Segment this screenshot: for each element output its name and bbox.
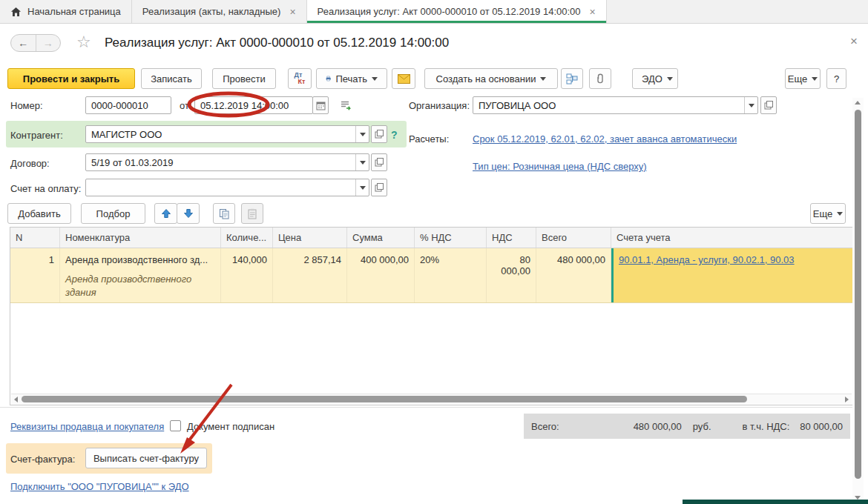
arrow-down-icon [183,208,194,219]
tab-bar: Начальная страница Реализация (акты, нак… [0,0,868,24]
scroll-left-icon[interactable] [14,397,18,402]
horizontal-scrollbar[interactable] [11,394,852,404]
move-up-button[interactable] [154,203,177,224]
table-more-button[interactable]: Еще [810,203,846,224]
organization-open-button[interactable] [760,96,777,114]
vertical-scrollbar[interactable] [852,98,864,503]
close-icon[interactable]: × [289,6,295,18]
date-label: от: [180,100,192,111]
move-down-button[interactable] [177,203,200,224]
cell-vat[interactable]: 80 000,00 [487,248,536,302]
table-header-row: N Номенклатура Количе... Цена Сумма % НД… [10,228,852,248]
col-header-vat[interactable]: НДС [487,228,536,248]
number-label: Номер: [10,100,43,111]
col-header-quantity[interactable]: Количе... [221,228,273,248]
chevron-down-icon [749,104,754,107]
bottom-strip [683,500,868,504]
save-button[interactable]: Записать [141,68,202,89]
more-button[interactable]: Еще [785,68,821,89]
tab-realization-document[interactable]: Реализация услуг: Акт 0000-000010 от 05.… [307,0,607,23]
chevron-down-icon [360,133,366,136]
cell-nomenclature-detail: Аренда производственного здания [65,273,215,299]
close-icon[interactable]: × [850,34,858,49]
dropdown-button[interactable] [355,126,369,142]
scroll-up-icon[interactable] [855,101,861,105]
connect-edo-link[interactable]: Подключить "ООО "ПУГОВИЦА"" к ЭДО [10,481,189,492]
dtkt-button[interactable]: Дт Кт [288,68,312,89]
copy-rows-button[interactable] [213,203,235,224]
cell-total[interactable]: 480 000,00 [536,248,611,302]
payment-invoice-open-button[interactable] [371,179,387,196]
price-type-link[interactable]: Тип цен: Розничная цена (НДС сверху) [473,161,647,172]
organization-field[interactable]: ПУГОВИЦА ООО [473,96,758,114]
cell-accounts[interactable]: 90.01.1, Аренда - услуги, 90.02.1, 90.03 [611,248,852,302]
counterparty-field[interactable]: МАГИСТР ООО [85,125,369,143]
related-documents-button[interactable] [561,68,583,89]
app-window: Начальная страница Реализация (акты, нак… [0,0,868,504]
tab-home[interactable]: Начальная страница [0,0,132,23]
cell-price[interactable]: 2 857,14 [273,248,347,302]
calendar-icon [316,101,326,110]
scroll-right-icon[interactable] [845,397,849,402]
arrow-up-icon [161,208,171,219]
post-button[interactable]: Провести [212,68,276,89]
contract-open-button[interactable] [371,153,387,171]
payment-invoice-label: Счет на оплату: [10,183,81,194]
col-header-price[interactable]: Цена [273,228,347,248]
help-button[interactable]: ? [826,68,846,89]
calendar-button[interactable] [312,96,329,114]
create-based-on-button[interactable]: Создать на основании [424,68,558,89]
copy-icon [219,208,230,219]
settlements-label: Расчеты: [409,133,449,145]
counterparty-open-button[interactable] [371,125,387,143]
number-field[interactable]: 0000-000010 [85,96,171,114]
vat-total-value: 80 000,00 [789,421,843,432]
dropdown-button[interactable] [355,179,369,196]
dropdown-button[interactable] [744,97,757,113]
back-button[interactable]: ← [11,35,36,51]
cell-vat-rate[interactable]: 20% [415,248,487,302]
paste-rows-button[interactable] [241,203,263,224]
forward-button[interactable]: → [36,35,61,51]
favorite-star-icon[interactable]: ☆ [76,33,91,52]
cell-nomenclature[interactable]: Аренда производственного зд... Аренда пр… [60,248,221,302]
settlements-link[interactable]: Срок 05.12.2019, 62.01, 62.02, зачет ава… [473,133,737,145]
tab-realization-list[interactable]: Реализация (акты, накладные) × [132,0,307,23]
horizontal-scroll-thumb[interactable] [22,396,747,402]
add-row-button[interactable]: Добавить [7,203,71,224]
requisites-link[interactable]: Реквизиты продавца и покупателя [10,421,164,432]
col-header-vat-rate[interactable]: % НДС [415,228,487,248]
contract-field[interactable]: 5/19 от 01.03.2019 [85,153,369,171]
chevron-down-icon [812,77,818,81]
set-time-button[interactable] [338,96,354,114]
counterparty-label: Контрагент: [10,130,63,141]
table-row[interactable]: 1 Аренда производственного зд... Аренда … [10,248,852,303]
cell-amount[interactable]: 400 000,00 [347,248,415,302]
col-header-nomenclature[interactable]: Номенклатура [60,228,221,248]
envelope-icon [398,74,410,84]
payment-invoice-field[interactable] [85,179,369,196]
cell-quantity[interactable]: 140,000 [221,248,273,302]
col-header-n[interactable]: N [10,228,60,248]
dropdown-button[interactable] [355,154,369,170]
edo-button[interactable]: ЭДО [632,68,678,89]
pick-button[interactable]: Подбор [81,203,145,224]
document-signed-label: Документ подписан [187,421,274,432]
close-icon[interactable]: × [590,6,596,18]
send-email-button[interactable] [392,68,415,89]
vertical-scroll-thumb[interactable] [855,110,861,479]
cell-n[interactable]: 1 [10,248,60,302]
document-signed-checkbox[interactable] [170,420,181,431]
col-header-accounts[interactable]: Счета учета [611,228,852,248]
post-and-close-button[interactable]: Провести и закрыть [7,68,135,89]
paste-icon [247,208,258,219]
col-header-total[interactable]: Всего [536,228,611,248]
open-icon [375,183,384,192]
accounts-link[interactable]: 90.01.1, Аренда - услуги, 90.02.1, 90.03 [619,254,795,265]
col-header-amount[interactable]: Сумма [347,228,415,248]
counterparty-help-icon[interactable]: ? [391,129,398,141]
date-field[interactable]: 05.12.2019 14:00:00 [194,96,313,114]
attachments-button[interactable] [589,68,611,89]
issue-invoice-button[interactable]: Выписать счет-фактуру [85,448,207,468]
print-button[interactable]: Печать [316,68,387,89]
